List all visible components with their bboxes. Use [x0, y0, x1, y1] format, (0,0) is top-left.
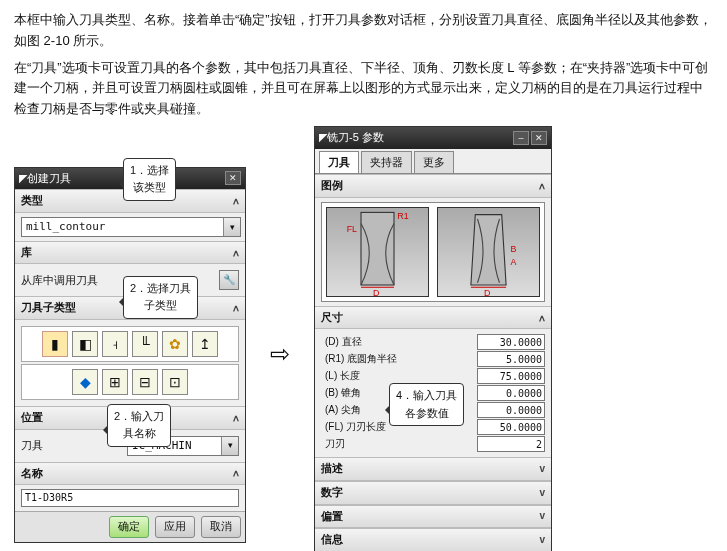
section-desc[interactable]: 描述v	[315, 457, 551, 481]
window-title: 创建刀具	[27, 170, 71, 188]
window-title-right: 铣刀-5 参数	[327, 129, 384, 147]
svg-text:D: D	[373, 288, 379, 296]
tool-icon-5[interactable]: ✿	[162, 331, 188, 357]
tool-icon-10[interactable]: ⊡	[162, 369, 188, 395]
section-legend: 图例ʌ	[315, 174, 551, 198]
dim-R1-input[interactable]: 5.0000	[477, 351, 545, 367]
ok-button[interactable]: 确定	[109, 516, 149, 538]
tool-icon-6[interactable]: ↥	[192, 331, 218, 357]
type-dropdown[interactable]: mill_contour ▾	[21, 217, 241, 237]
dim-R1-label: (R1) 底圆角半径	[321, 351, 477, 367]
close-icon-right[interactable]: ✕	[531, 131, 547, 145]
close-icon[interactable]: ✕	[225, 171, 241, 185]
tool-diagram: FL D R1 B A D	[321, 202, 545, 302]
dim-FL-input[interactable]: 50.0000	[477, 419, 545, 435]
tool-icon-2[interactable]: ◧	[72, 331, 98, 357]
callout-2: 2．选择刀具 子类型	[123, 276, 198, 319]
section-offset[interactable]: 偏置v	[315, 505, 551, 529]
tool-icon-1[interactable]: ▮	[42, 331, 68, 357]
tab-tool[interactable]: 刀具	[319, 151, 359, 174]
tab-bar: 刀具 夹持器 更多	[315, 149, 551, 175]
name-input[interactable]: T1-D30R5	[21, 489, 239, 507]
dim-flutes-input[interactable]: 2	[477, 436, 545, 452]
svg-text:D: D	[484, 288, 490, 296]
callout-1: 1．选择 该类型	[123, 158, 176, 201]
svg-text:FL: FL	[347, 224, 357, 234]
paragraph-2: 在“刀具”选项卡可设置刀具的各个参数，其中包括刀具直径、下半径、顶角、刃数长度 …	[14, 58, 713, 120]
chevron-down-icon: v	[539, 461, 545, 477]
svg-text:A: A	[511, 257, 517, 267]
svg-text:B: B	[511, 244, 517, 254]
dim-D-input[interactable]: 30.0000	[477, 334, 545, 350]
dim-A-input[interactable]: 0.0000	[477, 402, 545, 418]
tool-icon-8[interactable]: ⊞	[102, 369, 128, 395]
tool-icon-7[interactable]: ◆	[72, 369, 98, 395]
section-size: 尺寸ʌ	[315, 306, 551, 330]
subtype-row2: ◆ ⊞ ⊟ ⊡	[21, 364, 239, 400]
minimize-icon[interactable]: –	[513, 131, 529, 145]
tab-holder[interactable]: 夹持器	[361, 151, 412, 174]
arrow-icon: ⇨	[260, 335, 300, 373]
tab-more[interactable]: 更多	[414, 151, 454, 174]
dropdown-icon[interactable]: ▾	[223, 218, 240, 236]
section-num[interactable]: 数字v	[315, 481, 551, 505]
callout-3: 2．输入刀 具名称	[107, 404, 171, 447]
dropdown-icon-2[interactable]: ▾	[221, 437, 238, 455]
section-name: 名称ʌ	[15, 462, 245, 486]
dim-B-input[interactable]: 0.0000	[477, 385, 545, 401]
bit-iso-icon: B A D	[438, 208, 539, 296]
create-tool-dialog: ◤ 创建刀具 ✕ 类型ʌ mill_contour ▾ 库ʌ 从库中调用刀具 🔧…	[14, 167, 246, 543]
figure-area: ◤ 创建刀具 ✕ 类型ʌ mill_contour ▾ 库ʌ 从库中调用刀具 🔧…	[14, 126, 713, 551]
paragraph-1: 本框中输入刀具类型、名称。接着单击“确定”按钮，打开刀具参数对话框，分别设置刀具…	[14, 10, 713, 52]
chevron-up-icon: ʌ	[233, 193, 239, 209]
dim-flutes-label: 刀刃	[321, 436, 477, 452]
bit-side-icon: FL D R1	[327, 208, 428, 296]
tool-icon-4[interactable]: ╙	[132, 331, 158, 357]
window-icon: ◤	[19, 170, 27, 188]
callout-4: 4．输入刀具 各参数值	[389, 383, 464, 426]
dim-L-input[interactable]: 75.0000	[477, 368, 545, 384]
section-library: 库ʌ	[15, 241, 245, 265]
svg-text:R1: R1	[397, 211, 408, 221]
library-button[interactable]: 🔧	[219, 270, 239, 290]
cancel-button[interactable]: 取消	[201, 516, 241, 538]
subtype-row1: ▮ ◧ ⫞ ╙ ✿ ↥	[21, 326, 239, 362]
titlebar-right: ◤ 铣刀-5 参数 – ✕	[315, 127, 551, 149]
mill-params-dialog: ◤ 铣刀-5 参数 – ✕ 刀具 夹持器 更多 图例ʌ FL	[314, 126, 552, 551]
tool-icon-3[interactable]: ⫞	[102, 331, 128, 357]
apply-button[interactable]: 应用	[155, 516, 195, 538]
window-icon: ◤	[319, 129, 327, 147]
dim-L-label: (L) 长度	[321, 368, 477, 384]
dim-D-label: (D) 直径	[321, 334, 477, 350]
tool-icon-9[interactable]: ⊟	[132, 369, 158, 395]
section-info[interactable]: 信息v	[315, 528, 551, 551]
